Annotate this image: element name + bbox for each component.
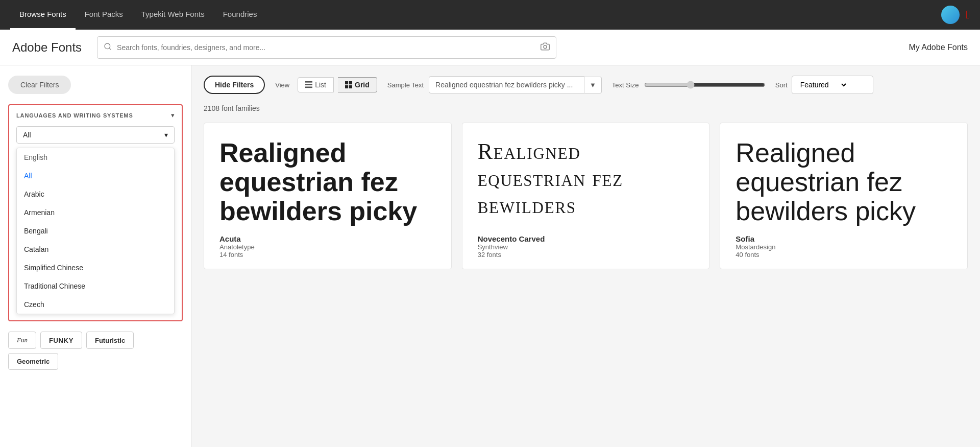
sample-text-dropdown-button[interactable]: ▼	[584, 77, 602, 93]
tag-pills-container: Fun FUNKY Futuristic Geometric	[8, 332, 183, 370]
font-preview-novecento: Realigned equestrian fez bewilders	[478, 138, 694, 219]
search-bar	[97, 36, 556, 59]
sort-select-input[interactable]: Featured Newest Most Used Alphabetical	[798, 80, 848, 89]
grid-view-button[interactable]: Grid	[338, 77, 377, 92]
adobe-icon[interactable]: 	[966, 8, 970, 21]
results-number: 2108	[204, 104, 219, 112]
font-name-novecento: Novecento Carved	[478, 234, 694, 243]
camera-icon[interactable]	[541, 42, 550, 53]
svg-rect-6	[345, 81, 348, 84]
nav-typekit-web-fonts[interactable]: Typekit Web Fonts	[132, 0, 214, 30]
svg-rect-4	[305, 84, 312, 85]
font-card-acuta[interactable]: Realigned equestrian fez bewilders picky…	[204, 123, 452, 269]
font-card-sofia[interactable]: Realigned equestrian fez bewilders picky…	[720, 123, 968, 269]
nav-font-packs[interactable]: Font Packs	[76, 0, 132, 30]
dropdown-item-english[interactable]: English	[17, 148, 174, 167]
tag-futuristic[interactable]: Futuristic	[86, 332, 134, 349]
top-nav-right: 	[941, 6, 970, 24]
hide-filters-button[interactable]: Hide Filters	[204, 76, 265, 94]
dropdown-item-catalan[interactable]: Catalan	[17, 240, 174, 258]
clear-filters-button[interactable]: Clear Filters	[8, 76, 71, 94]
font-meta-acuta: Acuta Anatoletype 14 fonts	[219, 234, 436, 258]
tag-geometric[interactable]: Geometric	[8, 353, 58, 370]
sample-text-label: Sample Text	[387, 81, 424, 89]
content-toolbar: Hide Filters View List Grid Sample Text …	[204, 76, 968, 94]
font-count-sofia: 40 fonts	[736, 251, 952, 258]
view-label: View	[275, 81, 289, 89]
tag-fun[interactable]: Fun	[8, 332, 36, 349]
brand-title: Adobe Fonts	[12, 40, 82, 55]
sort-label: Sort	[775, 81, 788, 89]
dropdown-item-czech[interactable]: Czech	[17, 295, 174, 314]
svg-point-2	[544, 45, 547, 48]
font-name-acuta: Acuta	[219, 234, 436, 243]
sample-text-group: Sample Text ▼	[387, 76, 602, 93]
view-controls: View List Grid	[275, 77, 377, 92]
svg-rect-3	[305, 81, 312, 83]
sidebar: Clear Filters LANGUAGES AND WRITING SYST…	[0, 65, 191, 447]
grid-label: Grid	[355, 81, 370, 89]
font-foundry-novecento: Synthview	[478, 243, 694, 251]
list-view-button[interactable]: List	[298, 77, 334, 92]
filter-section-header: LANGUAGES AND WRITING SYSTEMS ▾	[16, 111, 175, 119]
results-count: 2108 font families	[204, 104, 968, 112]
svg-rect-8	[345, 85, 348, 88]
chevron-down-icon: ▾	[164, 131, 168, 139]
sample-text-input[interactable]	[429, 76, 584, 93]
search-input[interactable]	[117, 43, 536, 52]
font-meta-novecento: Novecento Carved Synthview 32 fonts	[478, 234, 694, 258]
font-count-novecento: 32 fonts	[478, 251, 694, 258]
main-content: Hide Filters View List Grid Sample Text …	[191, 65, 980, 447]
filter-section-title: LANGUAGES AND WRITING SYSTEMS	[16, 112, 133, 119]
my-adobe-fonts-link[interactable]: My Adobe Fonts	[909, 43, 968, 52]
sort-group: Sort Featured Newest Most Used Alphabeti…	[775, 76, 873, 94]
dropdown-item-armenian[interactable]: Armenian	[17, 203, 174, 222]
svg-rect-5	[305, 87, 312, 88]
sort-select[interactable]: Featured Newest Most Used Alphabetical	[792, 76, 873, 94]
top-navigation: Browse Fonts Font Packs Typekit Web Font…	[0, 0, 980, 30]
svg-rect-9	[349, 85, 352, 88]
results-label-text: font families	[222, 104, 260, 112]
font-preview-sofia: Realigned equestrian fez bewilders picky	[736, 138, 952, 226]
font-count-acuta: 14 fonts	[219, 251, 436, 258]
font-preview-acuta: Realigned equestrian fez bewilders picky	[219, 138, 436, 226]
dropdown-item-all[interactable]: All	[17, 167, 174, 185]
tag-funky[interactable]: FUNKY	[40, 332, 82, 349]
font-grid: Realigned equestrian fez bewilders picky…	[204, 123, 968, 269]
page-header: Adobe Fonts My Adobe Fonts	[0, 30, 980, 65]
font-meta-sofia: Sofia Mostardesign 40 fonts	[736, 234, 952, 258]
font-foundry-sofia: Mostardesign	[736, 243, 952, 251]
nav-foundries[interactable]: Foundries	[214, 0, 266, 30]
svg-rect-7	[349, 81, 352, 84]
text-size-group: Text Size	[612, 81, 765, 89]
font-name-sofia: Sofia	[736, 234, 952, 243]
dropdown-item-arabic[interactable]: Arabic	[17, 185, 174, 203]
nav-items: Browse Fonts Font Packs Typekit Web Font…	[10, 0, 266, 30]
font-card-novecento[interactable]: Realigned equestrian fez bewilders Novec…	[462, 123, 710, 269]
dropdown-item-traditional-chinese[interactable]: Traditional Chinese	[17, 277, 174, 295]
dropdown-item-simplified-chinese[interactable]: Simplified Chinese	[17, 258, 174, 277]
nav-browse-fonts[interactable]: Browse Fonts	[10, 0, 76, 30]
svg-line-1	[109, 48, 111, 50]
text-size-label: Text Size	[612, 81, 639, 89]
dropdown-item-bengali[interactable]: Bengali	[17, 222, 174, 240]
chevron-down-icon[interactable]: ▾	[171, 111, 175, 119]
language-filter-section: LANGUAGES AND WRITING SYSTEMS ▾ All ▾ En…	[8, 104, 183, 321]
user-avatar[interactable]	[941, 6, 960, 24]
font-foundry-acuta: Anatoletype	[219, 243, 436, 251]
language-select-value: All	[23, 131, 31, 139]
search-icon	[104, 42, 112, 53]
main-layout: Clear Filters LANGUAGES AND WRITING SYST…	[0, 65, 980, 447]
language-select[interactable]: All ▾	[16, 126, 175, 144]
text-size-slider[interactable]	[644, 81, 765, 89]
svg-point-0	[105, 43, 110, 49]
list-label: List	[315, 81, 326, 89]
language-dropdown: English All Arabic Armenian Bengali Cata…	[16, 148, 175, 314]
